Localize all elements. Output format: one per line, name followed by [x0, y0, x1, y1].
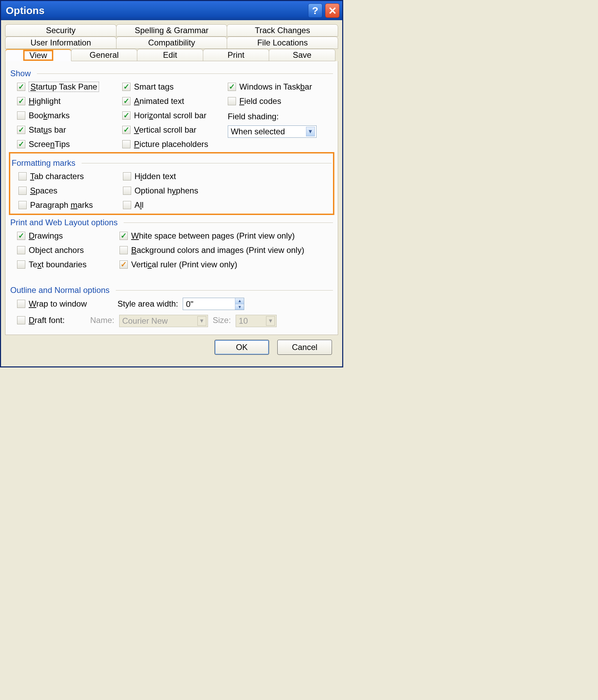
section-outline-title: Outline and Normal options — [10, 285, 333, 295]
tab-panel: Show Startup Task Pane Highlight Bookmar… — [5, 61, 338, 335]
formatting-marks-highlight: Formatting marks Tab characters Spaces P… — [9, 152, 334, 215]
printweb-col1: Drawings Object anchors Text boundaries — [17, 230, 120, 270]
tab-view[interactable]: View — [5, 49, 71, 61]
show-col1: Startup Task Pane Highlight Bookmarks St… — [17, 81, 122, 150]
titlebar: Options ? ✕ — [1, 1, 342, 20]
formatting-col1: Tab characters Spaces Paragraph marks — [18, 171, 123, 211]
chk-bookmarks[interactable]: Bookmarks — [17, 110, 122, 121]
show-col2: Smart tags Animated text Horizontal scro… — [122, 81, 227, 150]
tab-print[interactable]: Print — [203, 49, 269, 61]
chk-drawings[interactable]: Drawings — [17, 230, 120, 242]
tab-edit[interactable]: Edit — [137, 49, 203, 61]
ok-button[interactable]: OK — [214, 340, 269, 355]
chk-background-colors[interactable]: Background colors and images (Print view… — [120, 244, 333, 256]
draft-font-name-select: Courier New ▼ — [119, 315, 208, 327]
chk-horizontal-scroll[interactable]: Horizontal scroll bar — [122, 110, 227, 121]
chevron-down-icon: ▼ — [197, 316, 206, 326]
chk-hidden-text[interactable]: Hidden text — [123, 171, 227, 182]
chk-screentips[interactable]: ScreenTips — [17, 138, 122, 150]
chk-white-space-between-pages[interactable]: White space between pages (Print view on… — [120, 230, 333, 242]
chk-tab-characters[interactable]: Tab characters — [18, 171, 123, 182]
tab-track-changes[interactable]: Track Changes — [227, 24, 338, 37]
printweb-col2: White space between pages (Print view on… — [120, 230, 333, 270]
chk-animated-text[interactable]: Animated text — [122, 95, 227, 107]
tab-save[interactable]: Save — [269, 49, 335, 61]
draft-name-label: Name: — [90, 315, 114, 325]
tab-compatibility[interactable]: Compatibility — [116, 37, 227, 49]
chk-windows-taskbar[interactable]: Windows in Taskbar — [228, 81, 333, 93]
section-printweb-title: Print and Web Layout options — [10, 218, 333, 227]
chk-vertical-ruler[interactable]: Vertical ruler (Print view only) — [120, 259, 333, 270]
spinner-down-icon[interactable]: ▼ — [235, 304, 244, 310]
show-col3: Windows in Taskbar Field codes Field sha… — [228, 81, 333, 150]
chk-highlight[interactable]: Highlight — [17, 95, 122, 107]
section-formatting-title: Formatting marks — [12, 158, 332, 168]
chk-wrap-to-window[interactable]: Wrap to window — [17, 298, 113, 310]
style-area-width-spinner[interactable]: 0" ▲ ▼ — [183, 298, 244, 310]
style-area-width-label: Style area width: — [117, 299, 178, 309]
chevron-down-icon: ▼ — [306, 127, 315, 136]
options-dialog: Options ? ✕ Security Spelling & Grammar … — [0, 0, 343, 367]
field-shading-label: Field shading: — [228, 112, 333, 121]
chevron-down-icon: ▼ — [266, 316, 275, 326]
draft-font-size-value: 10 — [239, 316, 248, 326]
tab-security[interactable]: Security — [5, 24, 116, 37]
chk-field-codes[interactable]: Field codes — [228, 95, 333, 107]
formatting-col2: Hidden text Optional hyphens All — [123, 171, 227, 211]
style-area-width-value: 0" — [183, 298, 235, 310]
tab-spelling-grammar[interactable]: Spelling & Grammar — [116, 24, 227, 37]
spinner-up-icon[interactable]: ▲ — [235, 298, 244, 304]
tab-user-information[interactable]: User Information — [5, 37, 116, 49]
cancel-button[interactable]: Cancel — [277, 340, 332, 355]
help-button[interactable]: ? — [308, 3, 322, 18]
active-tab-highlight: View — [23, 50, 53, 61]
chk-vertical-scroll[interactable]: Vertical scroll bar — [122, 124, 227, 136]
chk-object-anchors[interactable]: Object anchors — [17, 244, 120, 256]
tab-file-locations[interactable]: File Locations — [227, 37, 338, 49]
field-shading-select[interactable]: When selected ▼ — [228, 125, 317, 138]
section-show-title: Show — [10, 69, 333, 78]
chk-startup-task-pane[interactable]: Startup Task Pane — [17, 81, 122, 93]
tab-general[interactable]: General — [71, 49, 137, 61]
field-shading-value: When selected — [231, 127, 285, 136]
tab-container: Security Spelling & Grammar Track Change… — [5, 24, 338, 61]
chk-spaces[interactable]: Spaces — [18, 185, 123, 197]
chk-picture-placeholders[interactable]: Picture placeholders — [122, 138, 227, 150]
chk-optional-hyphens[interactable]: Optional hyphens — [123, 185, 227, 197]
draft-font-name-value: Courier New — [122, 316, 168, 326]
draft-font-size-select: 10 ▼ — [236, 315, 277, 327]
chk-smart-tags[interactable]: Smart tags — [122, 81, 227, 93]
chk-all[interactable]: All — [123, 199, 227, 211]
close-button[interactable]: ✕ — [325, 3, 339, 18]
chk-draft-font[interactable]: Draft font: — [17, 314, 85, 326]
window-title: Options — [6, 5, 44, 16]
chk-text-boundaries[interactable]: Text boundaries — [17, 259, 120, 270]
dialog-footer: OK Cancel — [5, 335, 338, 362]
draft-size-label: Size: — [213, 315, 231, 325]
chk-status-bar[interactable]: Status bar — [17, 124, 122, 136]
chk-paragraph-marks[interactable]: Paragraph marks — [18, 199, 123, 211]
